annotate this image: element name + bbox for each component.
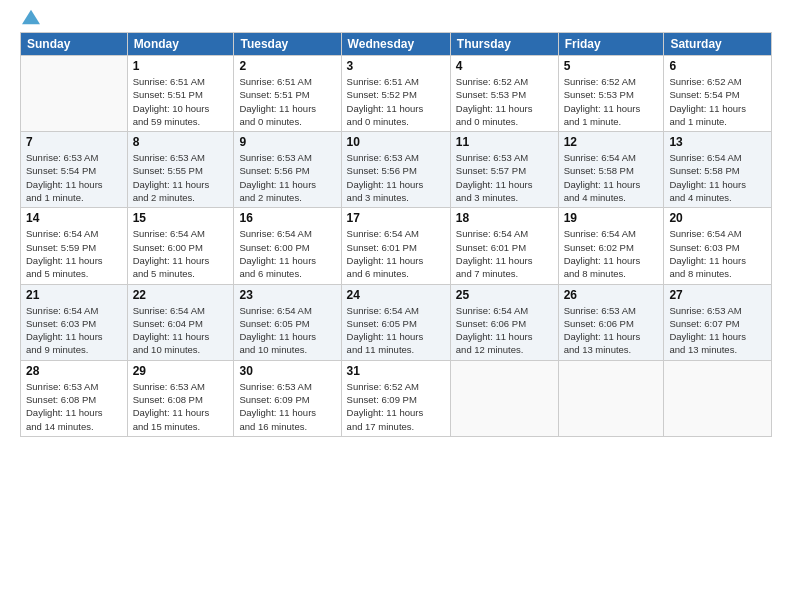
calendar-cell: 22Sunrise: 6:54 AM Sunset: 6:04 PM Dayli… (127, 284, 234, 360)
calendar-cell: 19Sunrise: 6:54 AM Sunset: 6:02 PM Dayli… (558, 208, 664, 284)
page: SundayMondayTuesdayWednesdayThursdayFrid… (0, 0, 792, 612)
day-number: 18 (456, 211, 553, 225)
day-info: Sunrise: 6:54 AM Sunset: 6:05 PM Dayligh… (347, 304, 445, 357)
day-info: Sunrise: 6:54 AM Sunset: 6:03 PM Dayligh… (26, 304, 122, 357)
day-info: Sunrise: 6:54 AM Sunset: 6:02 PM Dayligh… (564, 227, 659, 280)
day-info: Sunrise: 6:53 AM Sunset: 6:07 PM Dayligh… (669, 304, 766, 357)
day-number: 2 (239, 59, 335, 73)
day-info: Sunrise: 6:53 AM Sunset: 5:56 PM Dayligh… (347, 151, 445, 204)
calendar-cell: 15Sunrise: 6:54 AM Sunset: 6:00 PM Dayli… (127, 208, 234, 284)
calendar-cell: 18Sunrise: 6:54 AM Sunset: 6:01 PM Dayli… (450, 208, 558, 284)
day-number: 4 (456, 59, 553, 73)
day-number: 22 (133, 288, 229, 302)
day-info: Sunrise: 6:54 AM Sunset: 6:00 PM Dayligh… (239, 227, 335, 280)
day-info: Sunrise: 6:54 AM Sunset: 6:05 PM Dayligh… (239, 304, 335, 357)
day-of-week-header: Tuesday (234, 33, 341, 56)
calendar-cell (21, 56, 128, 132)
day-number: 30 (239, 364, 335, 378)
calendar-cell: 24Sunrise: 6:54 AM Sunset: 6:05 PM Dayli… (341, 284, 450, 360)
calendar-cell: 14Sunrise: 6:54 AM Sunset: 5:59 PM Dayli… (21, 208, 128, 284)
calendar-cell: 5Sunrise: 6:52 AM Sunset: 5:53 PM Daylig… (558, 56, 664, 132)
day-info: Sunrise: 6:53 AM Sunset: 5:57 PM Dayligh… (456, 151, 553, 204)
day-number: 1 (133, 59, 229, 73)
day-info: Sunrise: 6:54 AM Sunset: 6:06 PM Dayligh… (456, 304, 553, 357)
calendar-header-row: SundayMondayTuesdayWednesdayThursdayFrid… (21, 33, 772, 56)
calendar-cell: 12Sunrise: 6:54 AM Sunset: 5:58 PM Dayli… (558, 132, 664, 208)
day-of-week-header: Monday (127, 33, 234, 56)
calendar-cell: 20Sunrise: 6:54 AM Sunset: 6:03 PM Dayli… (664, 208, 772, 284)
day-number: 6 (669, 59, 766, 73)
calendar-cell: 10Sunrise: 6:53 AM Sunset: 5:56 PM Dayli… (341, 132, 450, 208)
header (20, 16, 772, 22)
day-number: 29 (133, 364, 229, 378)
day-number: 15 (133, 211, 229, 225)
logo (20, 16, 40, 22)
calendar-cell (450, 360, 558, 436)
day-info: Sunrise: 6:51 AM Sunset: 5:52 PM Dayligh… (347, 75, 445, 128)
day-info: Sunrise: 6:54 AM Sunset: 6:04 PM Dayligh… (133, 304, 229, 357)
day-info: Sunrise: 6:52 AM Sunset: 5:54 PM Dayligh… (669, 75, 766, 128)
calendar-cell: 16Sunrise: 6:54 AM Sunset: 6:00 PM Dayli… (234, 208, 341, 284)
day-number: 25 (456, 288, 553, 302)
day-of-week-header: Wednesday (341, 33, 450, 56)
day-of-week-header: Friday (558, 33, 664, 56)
day-info: Sunrise: 6:54 AM Sunset: 6:00 PM Dayligh… (133, 227, 229, 280)
day-number: 19 (564, 211, 659, 225)
calendar-week-row: 21Sunrise: 6:54 AM Sunset: 6:03 PM Dayli… (21, 284, 772, 360)
day-of-week-header: Saturday (664, 33, 772, 56)
day-info: Sunrise: 6:53 AM Sunset: 6:08 PM Dayligh… (26, 380, 122, 433)
calendar-cell: 1Sunrise: 6:51 AM Sunset: 5:51 PM Daylig… (127, 56, 234, 132)
calendar-cell: 3Sunrise: 6:51 AM Sunset: 5:52 PM Daylig… (341, 56, 450, 132)
day-number: 7 (26, 135, 122, 149)
calendar-cell: 25Sunrise: 6:54 AM Sunset: 6:06 PM Dayli… (450, 284, 558, 360)
day-of-week-header: Sunday (21, 33, 128, 56)
calendar-week-row: 28Sunrise: 6:53 AM Sunset: 6:08 PM Dayli… (21, 360, 772, 436)
day-number: 8 (133, 135, 229, 149)
day-info: Sunrise: 6:52 AM Sunset: 5:53 PM Dayligh… (456, 75, 553, 128)
day-number: 20 (669, 211, 766, 225)
calendar-cell: 30Sunrise: 6:53 AM Sunset: 6:09 PM Dayli… (234, 360, 341, 436)
day-info: Sunrise: 6:53 AM Sunset: 5:56 PM Dayligh… (239, 151, 335, 204)
day-info: Sunrise: 6:54 AM Sunset: 5:59 PM Dayligh… (26, 227, 122, 280)
day-number: 14 (26, 211, 122, 225)
day-number: 21 (26, 288, 122, 302)
day-number: 5 (564, 59, 659, 73)
day-info: Sunrise: 6:53 AM Sunset: 6:06 PM Dayligh… (564, 304, 659, 357)
calendar-cell: 6Sunrise: 6:52 AM Sunset: 5:54 PM Daylig… (664, 56, 772, 132)
calendar-cell: 4Sunrise: 6:52 AM Sunset: 5:53 PM Daylig… (450, 56, 558, 132)
logo-icon (22, 8, 40, 26)
calendar-cell: 31Sunrise: 6:52 AM Sunset: 6:09 PM Dayli… (341, 360, 450, 436)
day-info: Sunrise: 6:53 AM Sunset: 6:09 PM Dayligh… (239, 380, 335, 433)
day-number: 28 (26, 364, 122, 378)
calendar-cell: 17Sunrise: 6:54 AM Sunset: 6:01 PM Dayli… (341, 208, 450, 284)
day-number: 31 (347, 364, 445, 378)
calendar-week-row: 14Sunrise: 6:54 AM Sunset: 5:59 PM Dayli… (21, 208, 772, 284)
calendar-cell (664, 360, 772, 436)
day-number: 27 (669, 288, 766, 302)
day-number: 24 (347, 288, 445, 302)
day-number: 23 (239, 288, 335, 302)
calendar: SundayMondayTuesdayWednesdayThursdayFrid… (20, 32, 772, 437)
calendar-week-row: 1Sunrise: 6:51 AM Sunset: 5:51 PM Daylig… (21, 56, 772, 132)
day-info: Sunrise: 6:52 AM Sunset: 5:53 PM Dayligh… (564, 75, 659, 128)
day-number: 11 (456, 135, 553, 149)
day-info: Sunrise: 6:53 AM Sunset: 6:08 PM Dayligh… (133, 380, 229, 433)
svg-marker-0 (22, 10, 40, 24)
day-info: Sunrise: 6:54 AM Sunset: 6:03 PM Dayligh… (669, 227, 766, 280)
day-number: 9 (239, 135, 335, 149)
calendar-cell: 13Sunrise: 6:54 AM Sunset: 5:58 PM Dayli… (664, 132, 772, 208)
calendar-cell: 29Sunrise: 6:53 AM Sunset: 6:08 PM Dayli… (127, 360, 234, 436)
day-number: 17 (347, 211, 445, 225)
calendar-cell: 11Sunrise: 6:53 AM Sunset: 5:57 PM Dayli… (450, 132, 558, 208)
day-number: 16 (239, 211, 335, 225)
day-info: Sunrise: 6:53 AM Sunset: 5:54 PM Dayligh… (26, 151, 122, 204)
calendar-cell: 9Sunrise: 6:53 AM Sunset: 5:56 PM Daylig… (234, 132, 341, 208)
calendar-cell: 2Sunrise: 6:51 AM Sunset: 5:51 PM Daylig… (234, 56, 341, 132)
calendar-cell: 26Sunrise: 6:53 AM Sunset: 6:06 PM Dayli… (558, 284, 664, 360)
day-info: Sunrise: 6:54 AM Sunset: 6:01 PM Dayligh… (347, 227, 445, 280)
day-info: Sunrise: 6:51 AM Sunset: 5:51 PM Dayligh… (133, 75, 229, 128)
day-of-week-header: Thursday (450, 33, 558, 56)
day-number: 13 (669, 135, 766, 149)
calendar-cell: 23Sunrise: 6:54 AM Sunset: 6:05 PM Dayli… (234, 284, 341, 360)
day-info: Sunrise: 6:54 AM Sunset: 5:58 PM Dayligh… (564, 151, 659, 204)
